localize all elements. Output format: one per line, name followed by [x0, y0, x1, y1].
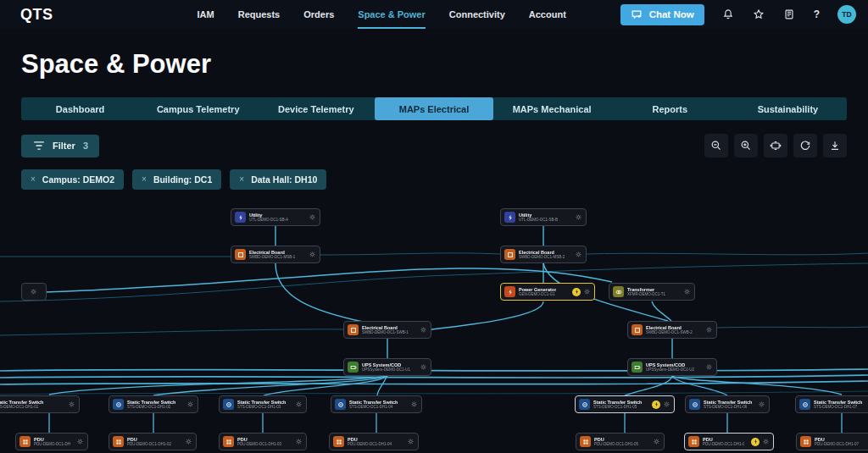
node-text: Electrical BoardSWBD-DEMO-DC1-SWB-2: [646, 325, 693, 335]
gear-icon[interactable]: [654, 439, 659, 445]
gear-icon[interactable]: [186, 439, 192, 445]
gear-icon[interactable]: [296, 439, 302, 445]
chat-now-button[interactable]: Chat Now: [620, 4, 704, 25]
node-stub-node[interactable]: [21, 283, 47, 301]
fit-view-button[interactable]: [764, 134, 787, 157]
chat-icon: [631, 8, 643, 21]
gear-icon[interactable]: [706, 364, 712, 370]
nav-item-space-power[interactable]: Space & Power: [358, 0, 425, 29]
tab-maps-mechanical[interactable]: MAPs Mechanical: [493, 97, 611, 120]
node-text: TransformerXFMR-DEMO-DC1-T1: [627, 287, 665, 297]
star-icon[interactable]: [753, 8, 765, 21]
nav-item-requests[interactable]: Requests: [238, 0, 281, 29]
gear-icon[interactable]: [187, 401, 193, 407]
top-right-actions: Chat Now ? TD: [620, 4, 856, 25]
pdu-icon: [333, 436, 344, 447]
node-pdu-04[interactable]: PDUPDU-DEMO-DC1-DH1-04: [329, 433, 419, 450]
node-text: Static Transfer SwitchSTS-DEMO-DC1-DH1-0…: [0, 400, 43, 410]
node-text: UPS System/CODUPSSystem-DEMO-DC1-U1: [362, 362, 410, 373]
node-sts-05[interactable]: Static Transfer SwitchSTS-DEMO-DC1-DH1-0…: [575, 395, 675, 413]
node-title: PDU: [594, 437, 638, 443]
refresh-button[interactable]: [793, 134, 817, 157]
tab-dashboard[interactable]: Dashboard: [21, 97, 139, 120]
nav-item-orders[interactable]: Orders: [303, 0, 334, 29]
electrical-board-icon: [504, 249, 515, 260]
node-ups-1[interactable]: UPS System/CODUPSSystem-DEMO-DC1-U1: [343, 358, 431, 376]
node-subtitle: PDU-DEMO-DC1-DH1-03: [237, 442, 281, 446]
node-transformer[interactable]: TransformerXFMR-DEMO-DC1-T1: [609, 283, 695, 301]
gear-icon[interactable]: [411, 401, 417, 407]
gear-icon[interactable]: [576, 251, 581, 257]
gear-icon[interactable]: [420, 327, 426, 333]
node-subtitle: UTL-DEMO-DC1-SB-A: [249, 218, 288, 222]
node-electrical-board-msb-1[interactable]: Electrical BoardSWBD-DEMO-DC1-MSB-1: [231, 246, 320, 263]
node-electrical-board-msb-2[interactable]: Electrical BoardSWBD-DEMO-DC1-MSB-2: [500, 246, 587, 263]
tab-device-telemetry[interactable]: Device Telemetry: [257, 97, 375, 120]
node-pdu-06[interactable]: PDUPDU-DEMO-DC1-DH1-06: [684, 433, 774, 450]
gear-icon[interactable]: [309, 251, 315, 257]
gear-icon[interactable]: [420, 364, 426, 370]
tab-sustainability[interactable]: Sustainability: [729, 97, 847, 120]
help-icon[interactable]: ?: [814, 8, 820, 20]
filter-chip-data-hall-dh10[interactable]: ×Data Hall: DH10: [230, 169, 326, 190]
node-pdu-02[interactable]: PDUPDU-DEMO-DC1-DH1-02: [108, 433, 197, 450]
download-button[interactable]: [823, 134, 847, 157]
zoom-out-button[interactable]: [704, 134, 728, 157]
chip-remove-icon[interactable]: ×: [31, 175, 36, 184]
tab-maps-electrical[interactable]: MAPs Electrical: [375, 97, 492, 120]
filter-button[interactable]: Filter 3: [21, 135, 99, 157]
node-subtitle: PDU-DEMO-DC1-DH1-07: [815, 442, 859, 446]
nav-item-account[interactable]: Account: [529, 0, 566, 29]
gear-icon[interactable]: [664, 401, 670, 407]
node-pdu-05[interactable]: PDUPDU-DEMO-DC1-DH1-05: [576, 433, 665, 450]
node-subtitle: PDU-DEMO-DC1-DH1-05: [594, 442, 638, 446]
gear-icon[interactable]: [296, 401, 302, 407]
node-sts-06[interactable]: Static Transfer SwitchSTS-DEMO-DC1-DH1-0…: [685, 395, 770, 413]
gear-icon[interactable]: [69, 401, 75, 407]
node-ups-2[interactable]: UPS System/CODUPSSystem-DEMO-DC1-U2: [627, 358, 717, 376]
nav-item-iam[interactable]: IAM: [198, 0, 214, 29]
node-utility-b[interactable]: UtilityUTL-DEMO-DC1-SB-B: [500, 208, 587, 226]
node-subtitle: PDU-DEMO-DC1-DH1-04: [348, 442, 392, 446]
diagram-canvas[interactable]: UtilityUTL-DEMO-DC1-SB-AUtilityUTL-DEMO-…: [0, 0, 868, 453]
gear-icon[interactable]: [77, 439, 83, 445]
tab-reports[interactable]: Reports: [611, 97, 729, 120]
chip-remove-icon[interactable]: ×: [239, 175, 244, 184]
node-title: Utility: [519, 213, 558, 218]
filter-chip-campus-demo2[interactable]: ×Campus: DEMO2: [21, 169, 124, 190]
gear-icon[interactable]: [584, 289, 590, 295]
filter-chip-building-dc1[interactable]: ×Building: DC1: [132, 169, 221, 190]
node-title: Static Transfer Switch: [704, 400, 752, 406]
node-electrical-board-swb-1[interactable]: Electrical BoardSWBD-DEMO-DC1-SWB-1: [343, 321, 431, 339]
node-pdu-03[interactable]: PDUPDU-DEMO-DC1-DH1-03: [219, 433, 307, 450]
node-sts-03[interactable]: Static Transfer SwitchSTS-DEMO-DC1-DH1-0…: [219, 395, 307, 413]
billing-icon[interactable]: [783, 8, 796, 21]
gear-icon[interactable]: [684, 289, 690, 295]
node-sts-04[interactable]: Static Transfer SwitchSTS-DEMO-DC1-DH1-0…: [331, 395, 422, 413]
generator-icon: [504, 286, 515, 297]
node-pdu-07[interactable]: PDUPDU-DEMO-DC1-DH1-07: [796, 433, 868, 450]
gear-icon[interactable]: [706, 327, 712, 333]
gear-icon[interactable]: [763, 439, 769, 445]
nav-item-connectivity[interactable]: Connectivity: [449, 0, 505, 29]
node-sts-07[interactable]: Static Transfer SwitchSTS-DEMO-DC1-DH1-0…: [795, 395, 868, 413]
gear-icon[interactable]: [31, 289, 36, 295]
gear-icon[interactable]: [759, 401, 765, 407]
gear-icon[interactable]: [309, 214, 315, 220]
node-utility-a[interactable]: UtilityUTL-DEMO-DC1-SB-A: [231, 208, 320, 226]
node-pdu-01[interactable]: PDUPDU-DEMO-DC1-DH1-01: [15, 433, 88, 450]
qts-logo: QTS: [20, 6, 53, 24]
node-sts-01[interactable]: Static Transfer SwitchSTS-DEMO-DC1-DH1-0…: [0, 395, 80, 413]
node-power-generator[interactable]: Power GeneratorGEN-DEMO-DC1-G1: [500, 283, 595, 301]
node-title: Electrical Board: [249, 250, 295, 256]
bell-icon[interactable]: [722, 8, 735, 21]
node-sts-02[interactable]: Static Transfer SwitchSTS-DEMO-DC1-DH1-0…: [108, 395, 198, 413]
zoom-in-button[interactable]: [734, 134, 758, 157]
node-electrical-board-swb-2[interactable]: Electrical BoardSWBD-DEMO-DC1-SWB-2: [627, 321, 717, 339]
node-title: UPS System/COD: [646, 362, 694, 368]
gear-icon[interactable]: [408, 439, 414, 445]
tab-campus-telemetry[interactable]: Campus Telemetry: [139, 97, 257, 120]
gear-icon[interactable]: [576, 214, 581, 220]
chip-remove-icon[interactable]: ×: [142, 175, 147, 184]
avatar[interactable]: TD: [837, 5, 856, 24]
